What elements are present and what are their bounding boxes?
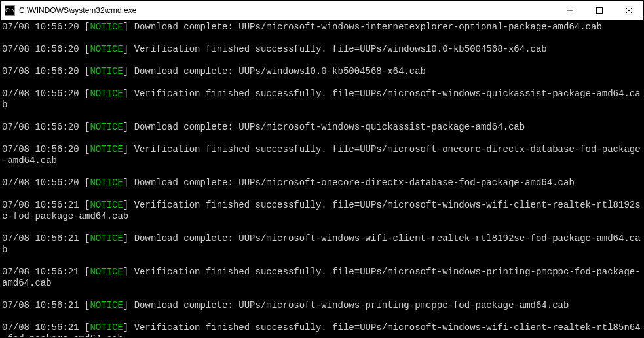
window-controls [555, 1, 643, 20]
log-level: NOTICE [90, 66, 123, 77]
log-timestamp: 07/08 10:56:21 [2, 322, 79, 333]
log-timestamp: 07/08 10:56:21 [2, 300, 79, 310]
log-level: NOTICE [90, 88, 123, 99]
window-title: C:\WINDOWS\system32\cmd.exe [19, 6, 555, 15]
log-level: NOTICE [90, 178, 123, 188]
log-line: 07/08 10:56:20 [NOTICE] Verification fin… [2, 144, 643, 166]
log-message: Download complete: UUPs/microsoft-onecor… [134, 178, 575, 188]
log-line: 07/08 10:56:21 [NOTICE] Verification fin… [2, 200, 643, 222]
log-line: 07/08 10:56:21 [NOTICE] Download complet… [2, 233, 643, 255]
log-line: 07/08 10:56:21 [NOTICE] Verification fin… [2, 267, 643, 289]
log-timestamp: 07/08 10:56:20 [2, 22, 79, 32]
log-line: 07/08 10:56:21 [NOTICE] Verification fin… [2, 322, 643, 337]
log-message: Download complete: UUPs/windows10.0-kb50… [134, 66, 426, 77]
terminal-output[interactable]: 07/08 10:56:20 [NOTICE] Download complet… [1, 20, 643, 337]
log-timestamp: 07/08 10:56:20 [2, 178, 79, 188]
log-level: NOTICE [90, 300, 123, 310]
log-message: Download complete: UUPs/microsoft-window… [134, 22, 602, 32]
close-icon [626, 7, 632, 14]
svg-rect-1 [596, 7, 602, 13]
minimize-button[interactable] [555, 1, 584, 20]
close-button[interactable] [614, 1, 643, 20]
log-timestamp: 07/08 10:56:20 [2, 66, 79, 77]
log-timestamp: 07/08 10:56:20 [2, 144, 79, 155]
log-line: 07/08 10:56:20 [NOTICE] Download complet… [2, 178, 643, 189]
log-level: NOTICE [90, 22, 123, 32]
log-line: 07/08 10:56:20 [NOTICE] Download complet… [2, 66, 643, 77]
log-level: NOTICE [90, 322, 123, 333]
minimize-icon [567, 7, 573, 14]
log-line: 07/08 10:56:20 [NOTICE] Download complet… [2, 122, 643, 133]
log-timestamp: 07/08 10:56:21 [2, 200, 79, 210]
terminal-content: 07/08 10:56:20 [NOTICE] Download complet… [1, 20, 643, 337]
log-timestamp: 07/08 10:56:20 [2, 122, 79, 132]
cmd-icon: C:\ [5, 5, 15, 16]
titlebar[interactable]: C:\ C:\WINDOWS\system32\cmd.exe [1, 1, 643, 20]
log-message: Download complete: UUPs/microsoft-window… [134, 122, 525, 132]
log-line: 07/08 10:56:20 [NOTICE] Download complet… [2, 22, 643, 33]
log-level: NOTICE [90, 233, 123, 244]
log-level: NOTICE [90, 44, 123, 54]
log-line: 07/08 10:56:20 [NOTICE] Verification fin… [2, 44, 643, 55]
log-timestamp: 07/08 10:56:20 [2, 44, 79, 54]
maximize-icon [596, 7, 603, 14]
log-line: 07/08 10:56:20 [NOTICE] Verification fin… [2, 88, 643, 111]
log-level: NOTICE [90, 200, 123, 210]
log-timestamp: 07/08 10:56:21 [2, 267, 79, 277]
log-message: Verification finished successfully. file… [134, 44, 547, 54]
log-line: 07/08 10:56:21 [NOTICE] Download complet… [2, 300, 643, 311]
log-timestamp: 07/08 10:56:21 [2, 233, 79, 244]
log-timestamp: 07/08 10:56:20 [2, 88, 79, 99]
log-level: NOTICE [90, 267, 123, 277]
log-message: Download complete: UUPs/microsoft-window… [134, 300, 569, 310]
maximize-button[interactable] [584, 1, 614, 20]
log-level: NOTICE [90, 144, 123, 155]
log-level: NOTICE [90, 122, 123, 132]
